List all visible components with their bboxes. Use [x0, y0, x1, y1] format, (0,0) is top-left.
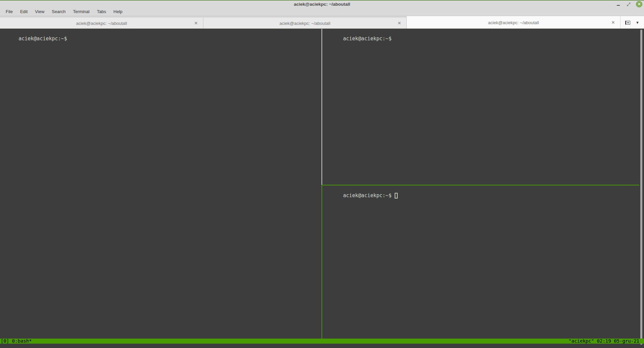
minimize-icon	[617, 5, 620, 6]
tmux-pane-top-right[interactable]: aciek@aciekpc:~$	[325, 30, 639, 184]
menu-edit[interactable]: Edit	[16, 8, 31, 15]
tab-list-dropdown-button[interactable]: ▼	[636, 20, 639, 25]
menu-tabs[interactable]: Tabs	[93, 8, 110, 15]
tab-title: aciek@aciekpc: ~/aboutall	[280, 21, 331, 26]
tmux-session-window-info: [0] 0:bash*	[1, 339, 32, 344]
shell-prompt: aciek@aciekpc:~$	[343, 192, 392, 199]
tmux-pane-bottom-right-active[interactable]: aciek@aciekpc:~$	[325, 186, 639, 338]
terminal-cursor	[395, 193, 398, 199]
close-icon: ✕	[638, 2, 641, 6]
tmux-hostname-clock: "aciekpc" 02:19 05-gru-21	[568, 339, 639, 344]
tab-title: aciek@aciekpc: ~/aboutall	[488, 20, 539, 25]
tmux-status-bar: [0] 0:bash* "aciekpc" 02:19 05-gru-21	[0, 339, 644, 344]
tmux-pane-left[interactable]: aciek@aciekpc:~$	[0, 30, 321, 339]
window-title: aciek@aciekpc: ~/aboutall	[294, 2, 350, 7]
tab-bar: aciek@aciekpc: ~/aboutall ✕ aciek@aciekp…	[0, 15, 644, 29]
shell-prompt: aciek@aciekpc:~$	[343, 36, 392, 42]
new-tab-button[interactable]: +	[625, 21, 630, 25]
menu-view[interactable]: View	[31, 8, 48, 15]
tab-bar-actions: + ▼	[620, 16, 644, 29]
tmux-pane-divider-horizontal-active[interactable]	[321, 185, 639, 185]
chevron-down-icon: ▼	[636, 20, 639, 25]
menu-search[interactable]: Search	[48, 8, 69, 15]
tab-close-button[interactable]: ✕	[194, 20, 198, 26]
menu-file[interactable]: File	[2, 8, 16, 15]
menubar: File Edit View Search Terminal Tabs Help	[0, 8, 644, 15]
tab-close-button[interactable]: ✕	[611, 20, 615, 25]
terminal-area: aciek@aciekpc:~$ aciek@aciekpc:~$ aciek@…	[0, 29, 644, 348]
menu-terminal[interactable]: Terminal	[69, 8, 93, 15]
new-tab-icon: +	[625, 21, 630, 25]
tab-2[interactable]: aciek@aciekpc: ~/aboutall ✕	[203, 17, 407, 29]
titlebar[interactable]: aciek@aciekpc: ~/aboutall ⤢ ✕	[0, 1, 644, 8]
tmux-pane-divider-vertical-active[interactable]	[321, 185, 322, 339]
close-button[interactable]: ✕	[636, 1, 642, 7]
minimize-button[interactable]	[615, 1, 621, 7]
tab-1[interactable]: aciek@aciekpc: ~/aboutall ✕	[0, 17, 203, 29]
window-controls: ⤢ ✕	[615, 1, 642, 8]
menu-help[interactable]: Help	[110, 8, 126, 15]
tab-3-active[interactable]: aciek@aciekpc: ~/aboutall ✕	[407, 16, 620, 29]
maximize-button[interactable]: ⤢	[626, 1, 632, 7]
scrollbar[interactable]	[640, 30, 642, 345]
tmux-pane-divider-vertical[interactable]	[321, 29, 322, 185]
tab-title: aciek@aciekpc: ~/aboutall	[76, 21, 127, 26]
tab-close-button[interactable]: ✕	[397, 20, 402, 26]
shell-prompt: aciek@aciekpc:~$	[18, 36, 67, 42]
